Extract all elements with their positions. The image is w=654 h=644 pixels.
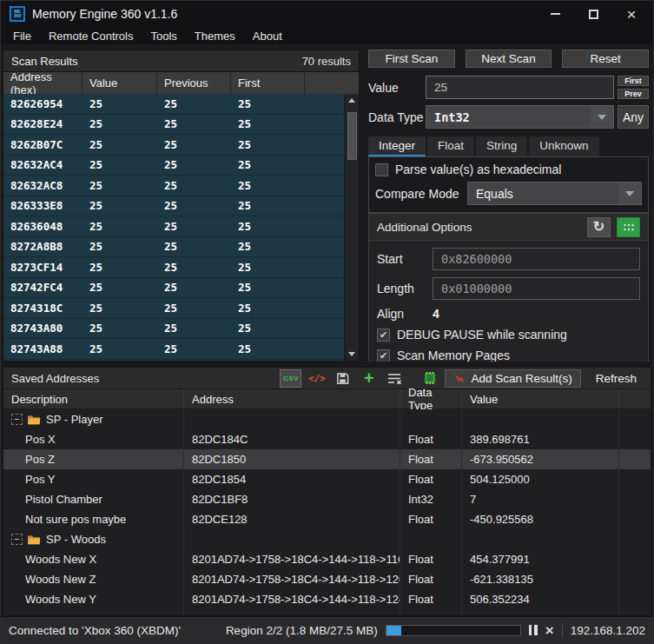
tab-integer[interactable]: Integer <box>368 136 426 156</box>
collapse-icon[interactable]: − <box>11 414 23 425</box>
scan-cell-address: 8262B07C <box>3 138 83 151</box>
length-input[interactable]: 0x01000000 <box>433 277 640 300</box>
memory-regions-button[interactable] <box>617 217 640 237</box>
saved-column-address[interactable]: Address <box>184 389 400 408</box>
collapse-icon[interactable]: − <box>11 534 23 545</box>
saved-address-row[interactable]: Pos X82DC184CFloat389.698761 <box>3 429 651 449</box>
scan-result-row[interactable]: 8274318C252525 <box>3 298 344 319</box>
minimize-button[interactable] <box>542 3 568 25</box>
saved-address-row[interactable]: Woods New Z8201AD74->1758->18C4->144->11… <box>3 569 651 589</box>
scan-result-row[interactable]: 8273CF14252525 <box>3 257 344 278</box>
scan-memory-pages-option[interactable]: Scan Memory Pages <box>377 349 640 362</box>
scan-cell-previous: 25 <box>157 302 231 315</box>
saved-column-extra[interactable] <box>619 389 651 408</box>
chevron-down-icon[interactable] <box>591 106 613 128</box>
scan-column-address-hex[interactable]: Address (hex) <box>3 72 83 94</box>
scan-memory-pages-checkbox[interactable] <box>377 349 390 362</box>
first-value-button[interactable]: First <box>618 76 649 86</box>
scan-result-row[interactable]: 82743A80252525 <box>3 319 344 340</box>
saved-cell-description: Not sure pos maybe <box>3 509 184 529</box>
scan-result-row[interactable]: 82743A88252525 <box>3 339 344 360</box>
menu-item-themes[interactable]: Themes <box>186 30 244 43</box>
value-input[interactable]: 25 <box>426 76 614 99</box>
maximize-button[interactable] <box>580 3 606 25</box>
cancel-icon[interactable]: × <box>545 623 554 638</box>
menu-item-tools[interactable]: Tools <box>142 30 186 43</box>
scan-cell-previous: 25 <box>157 158 231 171</box>
scan-result-row[interactable]: 8272A8B8252525 <box>3 237 344 258</box>
scan-cell-first: 25 <box>231 220 305 233</box>
menu-item-file[interactable]: File <box>4 30 40 43</box>
saved-cell-description: Woods New Y <box>3 589 184 609</box>
scan-result-row[interactable]: 8262B07C252525 <box>3 135 344 156</box>
scan-cell-previous: 25 <box>157 199 231 212</box>
scan-column-first[interactable]: First <box>231 72 305 94</box>
scan-column-extra[interactable] <box>305 72 359 94</box>
tab-string[interactable]: String <box>476 136 527 156</box>
scan-result-row[interactable]: 82636048252525 <box>3 216 344 237</box>
scan-cell-address: 8272A8B8 <box>3 240 83 253</box>
scrollbar-thumb[interactable] <box>347 112 357 160</box>
saved-table-header: DescriptionAddressData TypeValue <box>3 389 651 409</box>
scan-scrollbar[interactable] <box>344 94 359 361</box>
next-scan-button[interactable]: Next Scan <box>466 50 552 68</box>
refresh-saved-button[interactable]: Refresh <box>585 369 647 388</box>
compare-mode-select[interactable]: Equals <box>467 182 642 205</box>
menu-item-about[interactable]: About <box>244 30 291 43</box>
saved-cell-value: 389.698761 <box>462 429 619 449</box>
saved-address-row[interactable]: Pos Z82DC1850Float-673.950562 <box>3 449 651 469</box>
scan-result-row[interactable]: 82632AC4252525 <box>3 156 344 176</box>
saved-column-value[interactable]: Value <box>462 389 619 408</box>
close-button[interactable]: × <box>618 3 644 25</box>
save-button[interactable] <box>332 369 353 388</box>
prev-value-button[interactable]: Prev <box>618 89 649 99</box>
scan-result-row[interactable]: 82626954252525 <box>3 94 344 115</box>
scan-cell-address: 82636048 <box>3 220 83 233</box>
saved-group-row[interactable]: −SP - Woods <box>3 529 651 549</box>
start-input[interactable]: 0x82600000 <box>433 248 640 270</box>
add-scan-results-button[interactable]: Add Scan Result(s) <box>445 369 580 388</box>
scrollbar-up-icon[interactable] <box>345 94 359 107</box>
saved-cell-data-type: Int32 <box>400 489 462 509</box>
menu-item-remote-controls[interactable]: Remote Controls <box>40 30 142 43</box>
export-csv-button[interactable]: CSV <box>280 369 301 388</box>
parse-hex-checkbox[interactable] <box>375 163 388 176</box>
scrollbar-down-icon[interactable] <box>345 348 359 361</box>
tab-float[interactable]: Float <box>427 136 474 156</box>
saved-address-row[interactable]: Woods New Y8201AD74->1758->18C4->144->11… <box>3 589 651 609</box>
code-button[interactable]: </> <box>306 369 327 388</box>
scan-column-value[interactable]: Value <box>83 72 157 94</box>
save-icon <box>336 372 349 385</box>
data-type-select[interactable]: Int32 <box>426 105 614 129</box>
chevron-down-icon[interactable] <box>618 183 641 204</box>
saved-column-description[interactable]: Description <box>3 389 184 408</box>
start-label: Start <box>377 252 433 266</box>
saved-address-row[interactable]: Pistol Chamber82DC1BF8Int327 <box>3 489 651 509</box>
scan-result-row[interactable]: 82628E24252525 <box>3 115 344 136</box>
debug-pause-option[interactable]: DEBUG PAUSE while scanning <box>377 328 640 342</box>
add-entry-button[interactable]: + <box>358 369 380 388</box>
status-divider <box>562 623 563 638</box>
memory-chip-button[interactable] <box>419 369 440 388</box>
scan-result-row[interactable]: 82632AC8252525 <box>3 176 344 196</box>
reset-button[interactable]: Reset <box>562 50 649 68</box>
saved-cell-address: 82DC1850 <box>184 449 400 469</box>
saved-cell-empty <box>3 609 184 615</box>
tab-unknown[interactable]: Unknown <box>529 136 598 156</box>
saved-address-row[interactable]: Woods New X8201AD74->1758->18C4->144->11… <box>3 549 651 569</box>
parse-hex-option[interactable]: Parse value(s) as hexadecimal <box>375 163 642 176</box>
saved-group-row[interactable]: −SP - Player <box>3 409 651 429</box>
saved-address-row[interactable]: Not sure pos maybe82DCE128Float-450.9255… <box>3 509 651 529</box>
pause-icon[interactable] <box>529 625 538 635</box>
scan-column-previous[interactable]: Previous <box>157 72 231 94</box>
saved-column-data-type[interactable]: Data Type <box>400 389 462 408</box>
first-scan-button[interactable]: First Scan <box>368 50 455 68</box>
saved-address-row[interactable]: Pos Y82DC1854Float504.125000 <box>3 469 651 489</box>
saved-cell-description: Woods New X <box>3 549 184 569</box>
refresh-options-button[interactable]: ↻ <box>587 217 611 237</box>
delete-list-button[interactable] <box>384 369 406 388</box>
scan-result-row[interactable]: 82742FC4252525 <box>3 278 344 299</box>
scan-result-row[interactable]: 826333E8252525 <box>3 196 344 217</box>
any-button[interactable]: Any <box>618 105 649 129</box>
debug-pause-checkbox[interactable] <box>377 329 390 342</box>
